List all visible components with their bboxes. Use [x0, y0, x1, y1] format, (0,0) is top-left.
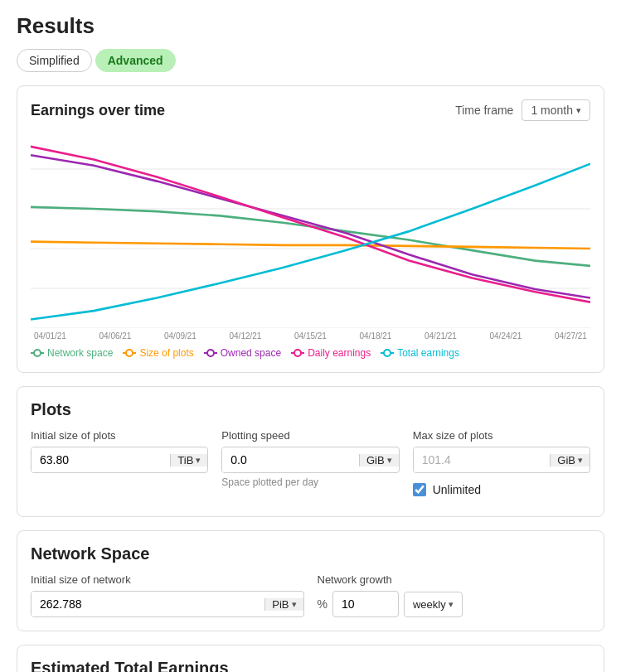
legend-line-icon — [291, 349, 304, 357]
chevron-down-icon: ▾ — [578, 455, 583, 466]
network-growth-field: Network growth % weekly ▾ — [318, 573, 591, 617]
network-initial-size-unit: PiB — [272, 598, 289, 611]
network-grid: Initial size of network PiB ▾ Network gr… — [31, 573, 590, 617]
network-initial-size-unit-select[interactable]: PiB ▾ — [264, 598, 303, 611]
x-label: 04/06/21 — [99, 331, 132, 341]
initial-size-label: Initial size of plots — [31, 429, 208, 442]
legend-owned-space[interactable]: Owned space — [204, 347, 281, 359]
timeframe-control: Time frame 1 month ▾ — [455, 99, 590, 121]
svg-point-17 — [384, 350, 391, 356]
max-size-unit: GiB — [557, 454, 575, 467]
max-size-label: Max size of plots — [413, 429, 590, 442]
network-initial-size-input[interactable] — [32, 592, 264, 616]
max-size-input[interactable] — [414, 447, 551, 472]
svg-point-14 — [294, 350, 301, 356]
x-label: 04/21/21 — [425, 331, 457, 341]
legend-daily-earnings-label: Daily earnings — [308, 347, 371, 359]
x-label: 04/01/21 — [34, 331, 66, 341]
x-label: 04/09/21 — [164, 331, 196, 341]
chevron-down-icon: ▾ — [292, 599, 297, 610]
legend-line-icon — [381, 349, 394, 357]
svg-point-5 — [34, 350, 41, 356]
network-initial-size-input-group: PiB ▾ — [31, 591, 304, 617]
legend-owned-space-label: Owned space — [221, 347, 281, 359]
plots-grid: Initial size of plots TiB ▾ Plotting spe… — [31, 429, 590, 496]
unlimited-checkbox-row: Unlimited — [413, 483, 590, 496]
chart-svg — [31, 129, 590, 328]
chart-header: Earnings over time Time frame 1 month ▾ — [31, 99, 590, 121]
weekly-select[interactable]: weekly ▾ — [404, 592, 463, 617]
space-plotted-label: Space plotted per day — [221, 476, 399, 488]
legend-daily-earnings[interactable]: Daily earnings — [291, 347, 371, 359]
max-size-field: Max size of plots GiB ▾ Unlimited — [413, 429, 590, 496]
plotting-speed-input-group: GiB ▾ — [221, 447, 399, 473]
legend-network-space-label: Network space — [47, 347, 113, 359]
timeframe-select[interactable]: 1 month ▾ — [522, 99, 590, 121]
network-growth-label: Network growth — [318, 573, 591, 586]
legend-line-icon — [123, 349, 136, 357]
tab-bar: Simplified Advanced — [17, 49, 604, 72]
legend-size-plots[interactable]: Size of plots — [123, 347, 193, 359]
initial-size-unit-select[interactable]: TiB ▾ — [170, 454, 207, 467]
plotting-speed-input[interactable] — [222, 447, 359, 472]
unlimited-label: Unlimited — [433, 483, 481, 496]
chevron-down-icon: ▾ — [196, 455, 201, 466]
initial-size-input[interactable] — [32, 447, 170, 472]
network-growth-input[interactable] — [332, 591, 399, 617]
plots-card: Plots Initial size of plots TiB ▾ Plotti… — [17, 386, 604, 517]
initial-size-unit: TiB — [177, 454, 193, 467]
legend-line-icon — [204, 349, 217, 357]
network-section-title: Network Space — [31, 544, 590, 563]
chart-area — [31, 129, 590, 328]
chevron-down-icon: ▾ — [387, 455, 392, 466]
legend-line-icon — [31, 349, 44, 357]
network-growth-input-row: % weekly ▾ — [318, 591, 591, 617]
chart-title: Earnings over time — [31, 102, 165, 119]
x-label: 04/18/21 — [360, 331, 392, 341]
legend-total-earnings[interactable]: Total earnings — [381, 347, 459, 359]
max-size-input-group: GiB ▾ — [413, 447, 590, 473]
legend-network-space[interactable]: Network space — [31, 347, 113, 359]
plotting-speed-unit-select[interactable]: GiB ▾ — [359, 454, 399, 467]
svg-point-11 — [207, 350, 214, 356]
x-label: 04/15/21 — [294, 331, 327, 341]
unlimited-checkbox[interactable] — [413, 483, 426, 496]
x-label: 04/27/21 — [555, 331, 587, 341]
timeframe-label: Time frame — [455, 104, 513, 117]
tab-advanced[interactable]: Advanced — [95, 49, 176, 72]
weekly-value: weekly — [413, 598, 446, 611]
plots-section-title: Plots — [31, 400, 590, 419]
chevron-down-icon: ▾ — [576, 105, 581, 116]
network-initial-size-field: Initial size of network PiB ▾ — [31, 573, 304, 617]
estimated-earnings-title: Estimated Total Earnings — [31, 659, 590, 672]
chart-x-labels: 04/01/21 04/06/21 04/09/21 04/12/21 04/1… — [31, 331, 590, 341]
network-initial-size-label: Initial size of network — [31, 573, 304, 586]
initial-size-field: Initial size of plots TiB ▾ — [31, 429, 208, 496]
x-label: 04/12/21 — [230, 331, 262, 341]
legend-size-plots-label: Size of plots — [139, 347, 193, 359]
x-label: 04/24/21 — [490, 331, 522, 341]
svg-point-8 — [126, 350, 133, 356]
initial-size-input-group: TiB ▾ — [31, 447, 208, 473]
plotting-speed-field: Plotting speed GiB ▾ Space plotted per d… — [221, 429, 399, 496]
page-title: Results — [17, 13, 604, 39]
legend-total-earnings-label: Total earnings — [397, 347, 459, 359]
plotting-speed-unit: GiB — [366, 454, 385, 467]
chart-legend: Network space Size of plots Owned space — [31, 347, 590, 359]
max-size-unit-select[interactable]: GiB ▾ — [550, 454, 589, 467]
tab-simplified[interactable]: Simplified — [17, 49, 92, 72]
earnings-chart-card: Earnings over time Time frame 1 month ▾ — [17, 85, 604, 373]
plotting-speed-label: Plotting speed — [221, 429, 399, 442]
chevron-down-icon: ▾ — [449, 599, 454, 610]
timeframe-value: 1 month — [531, 104, 573, 117]
network-card: Network Space Initial size of network Pi… — [17, 530, 604, 631]
percent-symbol: % — [318, 597, 327, 611]
estimated-earnings-card: Estimated Total Earnings XCH after 1 mon… — [17, 645, 604, 672]
